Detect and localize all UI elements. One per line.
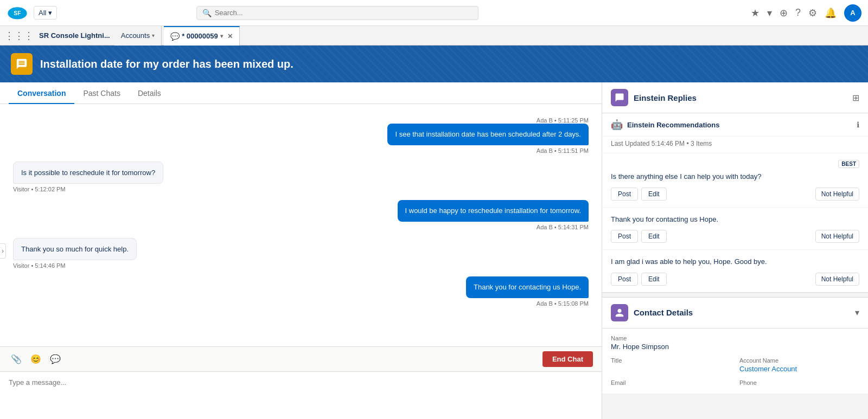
message-bubble-visitor-2: Thank you so much for quick help.: [13, 238, 137, 261]
field-group-title: Title: [611, 357, 731, 373]
tab-accounts-label: Accounts: [121, 31, 150, 40]
einstein-sub-icon: 🤖: [611, 119, 623, 131]
edit-button-1[interactable]: Edit: [641, 188, 667, 201]
main-content: Installation date for my order has been …: [0, 46, 868, 419]
message-row: Thank you for contacting us Hope. Ada B …: [13, 276, 589, 307]
name-value: Mr. Hope Simpson: [611, 343, 859, 351]
field-group-name: Name Mr. Hope Simpson: [611, 335, 859, 351]
star-dropdown-icon[interactable]: ▾: [767, 7, 772, 19]
post-button-1[interactable]: Post: [611, 188, 638, 201]
suggestion-item-2: Thank you for contacting us Hope. Post E…: [602, 207, 868, 250]
side-panel-toggle[interactable]: ›: [0, 243, 6, 259]
notifications-icon[interactable]: 🔔: [825, 7, 837, 19]
attach-icon-button[interactable]: 📎: [9, 352, 24, 367]
top-nav: SF All ▾ 🔍 ★ ▾ ⊕ ? ⚙ 🔔 A: [0, 0, 868, 26]
help-icon[interactable]: ?: [795, 7, 801, 18]
not-helpful-button-1[interactable]: Not Helpful: [815, 188, 859, 201]
contact-fields: Name Mr. Hope Simpson Title Account Name…: [602, 328, 868, 394]
search-input[interactable]: [215, 9, 473, 17]
edit-button-3[interactable]: Edit: [641, 273, 667, 286]
salesforce-logo[interactable]: SF: [7, 5, 28, 21]
chat-options-button[interactable]: 💬: [48, 352, 63, 367]
phone-label: Phone: [739, 379, 859, 386]
einstein-panel-icon: [611, 89, 628, 106]
message-meta-agent-2: Ada B • 5:14:31 PM: [537, 224, 589, 230]
message-meta-agent-3: Ada B • 5:15:08 PM: [537, 300, 589, 307]
info-icon[interactable]: ℹ: [857, 120, 859, 129]
account-name-value[interactable]: Customer Account: [739, 365, 859, 373]
einstein-sub: 🤖 Einstein Recommendations ℹ: [602, 113, 868, 137]
suggestion-item-3: I am glad i was able to help you, Hope. …: [602, 249, 868, 292]
tab-chat[interactable]: 💬 * 00000059 ▾ ✕: [164, 26, 240, 46]
suggestion-text-2: Thank you for contacting us Hope.: [611, 214, 859, 225]
tab-conversation[interactable]: Conversation: [9, 82, 74, 104]
tab-accounts-chevron: ▾: [152, 33, 155, 38]
case-title: Installation date for my order has been …: [40, 58, 293, 70]
nav-icons: ★ ▾ ⊕ ? ⚙ 🔔 A: [751, 4, 861, 22]
message-bubble-agent-2: I would be happy to reschedule installat…: [398, 200, 589, 222]
search-bar: 🔍: [196, 6, 478, 20]
email-label: Email: [611, 379, 731, 386]
favorites-icon[interactable]: ★: [751, 7, 760, 19]
tab-accounts[interactable]: Accounts ▾: [114, 26, 162, 46]
contact-panel-header: Contact Details ▾: [602, 298, 868, 328]
einstein-sub-label: Einstein Recommendations: [627, 121, 852, 129]
tab-details[interactable]: Details: [129, 82, 170, 104]
contact-panel-chevron[interactable]: ▾: [855, 307, 859, 318]
einstein-panel-title: Einstein Replies: [634, 93, 847, 102]
einstein-panel: Einstein Replies ⊞ 🤖 Einstein Recommenda…: [602, 82, 868, 293]
content-wrapper: › Conversation Past Chats Details Ada B …: [0, 82, 868, 419]
add-icon[interactable]: ⊕: [780, 7, 788, 19]
message-meta-first: Ada B • 5:11:25 PM: [537, 117, 589, 124]
message-meta-visitor-1: Visitor • 5:12:02 PM: [13, 186, 66, 192]
emoji-icon-button[interactable]: 😊: [28, 352, 43, 367]
message-meta-visitor-2: Visitor • 5:14:46 PM: [13, 262, 66, 269]
chat-toolbar: 📎 😊 💬 End Chat: [0, 346, 602, 372]
edit-button-2[interactable]: Edit: [641, 230, 667, 243]
app-name: SR Console Lightni...: [39, 31, 110, 40]
tab-past-chats[interactable]: Past Chats: [74, 82, 129, 104]
best-badge: BEST: [838, 160, 859, 168]
search-dropdown[interactable]: All ▾: [34, 6, 57, 20]
einstein-panel-action[interactable]: ⊞: [852, 93, 859, 103]
post-button-2[interactable]: Post: [611, 230, 638, 243]
message-row: Ada B • 5:11:25 PM I see that installati…: [13, 115, 589, 154]
not-helpful-button-3[interactable]: Not Helpful: [815, 273, 859, 286]
message-row: Is it possible to reschedule it for tomo…: [13, 162, 589, 193]
svg-text:SF: SF: [14, 10, 21, 16]
search-icon: 🔍: [202, 9, 212, 17]
settings-icon[interactable]: ⚙: [808, 7, 817, 19]
account-name-label: Account Name: [739, 357, 859, 364]
contact-panel-icon: [611, 304, 628, 321]
tab-chat-label: * 00000059: [182, 32, 218, 40]
suggestion-actions-2: Post Edit Not Helpful: [611, 230, 859, 243]
avatar[interactable]: A: [844, 4, 861, 22]
message-meta-agent-1: Ada B • 5:11:51 PM: [537, 147, 589, 154]
tab-chat-close[interactable]: ✕: [227, 33, 233, 40]
case-header: Installation date for my order has been …: [0, 46, 868, 82]
last-updated: Last Updated 5:14:46 PM • 3 Items: [602, 137, 868, 153]
case-header-icon: [11, 53, 33, 75]
post-button-3[interactable]: Post: [611, 273, 638, 286]
left-panel: Conversation Past Chats Details Ada B • …: [0, 82, 602, 419]
all-label: All: [39, 9, 46, 17]
contact-panel: Contact Details ▾ Name Mr. Hope Simpson …: [602, 297, 868, 394]
chat-area: Ada B • 5:11:25 PM I see that installati…: [0, 104, 602, 346]
field-group-phone: Phone: [739, 379, 859, 387]
message-bubble-agent-1: I see that installation date has been sc…: [387, 124, 589, 145]
message-bubble-agent-3: Thank you for contacting us Hope.: [466, 276, 589, 298]
grid-icon[interactable]: ⋮⋮⋮: [4, 30, 34, 42]
end-chat-button[interactable]: End Chat: [542, 351, 593, 367]
right-panel: Einstein Replies ⊞ 🤖 Einstein Recommenda…: [602, 82, 868, 419]
not-helpful-button-2[interactable]: Not Helpful: [815, 230, 859, 243]
message-input[interactable]: [9, 378, 593, 411]
suggestion-text-1: Is there anything else I can help you wi…: [611, 171, 859, 182]
suggestion-actions-3: Post Edit Not Helpful: [611, 273, 859, 286]
message-row: Thank you so much for quick help. Visito…: [13, 238, 589, 269]
tab-bar: ⋮⋮⋮ SR Console Lightni... Accounts ▾ 💬 *…: [0, 26, 868, 46]
chevron-down-icon: ▾: [48, 9, 52, 17]
message-bubble-visitor-1: Is it possible to reschedule it for tomo…: [13, 162, 163, 184]
suggestion-text-3: I am glad i was able to help you, Hope. …: [611, 256, 859, 267]
suggestion-actions-1: Post Edit Not Helpful: [611, 188, 859, 201]
name-label: Name: [611, 335, 859, 341]
